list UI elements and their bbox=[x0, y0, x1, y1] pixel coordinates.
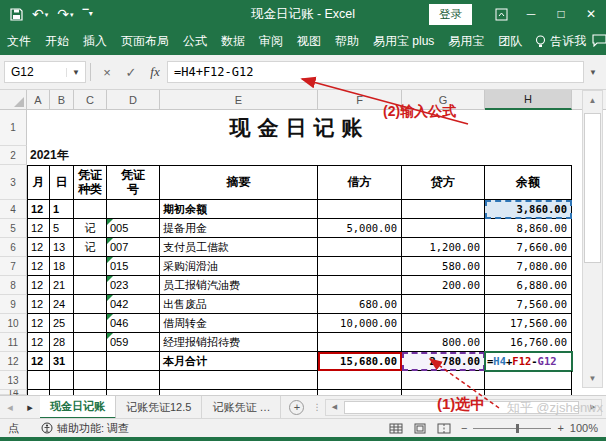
accessibility-checker[interactable]: 辅助功能: 调查 bbox=[41, 421, 129, 436]
cell-F8[interactable] bbox=[318, 276, 402, 295]
maximize-button[interactable]: □ bbox=[546, 0, 576, 28]
scroll-left-icon[interactable]: ◀ bbox=[326, 403, 342, 411]
cell-B5[interactable]: 5 bbox=[50, 219, 74, 238]
ribbon-tab-11[interactable]: 团队 bbox=[491, 28, 529, 55]
zoom-slider[interactable] bbox=[473, 428, 551, 429]
comment-icon[interactable] bbox=[592, 34, 606, 50]
row-header-10[interactable]: 10 bbox=[0, 314, 27, 333]
cell-C7[interactable] bbox=[74, 257, 107, 276]
col-header-B[interactable]: B bbox=[50, 90, 74, 110]
cell-E4[interactable]: 期初余额 bbox=[160, 200, 318, 219]
cell-B11[interactable]: 28 bbox=[50, 333, 74, 352]
enter-formula-icon[interactable]: ✓ bbox=[119, 61, 143, 83]
cell-E10[interactable]: 借周转金 bbox=[160, 314, 318, 333]
cell-H4[interactable]: 3,860.00 bbox=[485, 200, 572, 219]
vertical-scroll-thumb[interactable] bbox=[584, 113, 601, 263]
cell-A11[interactable]: 12 bbox=[27, 333, 50, 352]
zoom-slider-thumb[interactable] bbox=[516, 424, 519, 433]
row-header-1[interactable]: 1 bbox=[0, 110, 27, 146]
cell-E5[interactable]: 提备用金 bbox=[160, 219, 318, 238]
zoom-level[interactable]: 100% bbox=[570, 422, 598, 434]
cell-A13[interactable] bbox=[27, 371, 50, 390]
year-cell[interactable]: 2021年 bbox=[27, 146, 572, 165]
undo-icon[interactable]: ↶▾ bbox=[32, 7, 48, 21]
cell-H10[interactable]: 17,560.00 bbox=[485, 314, 572, 333]
cell-B7[interactable]: 18 bbox=[50, 257, 74, 276]
sheet-tab-2[interactable]: 记账凭证 … bbox=[202, 396, 281, 419]
ribbon-tab-0[interactable]: 文件 bbox=[0, 28, 38, 55]
ribbon-tab-4[interactable]: 公式 bbox=[176, 28, 214, 55]
row-header-2[interactable]: 2 bbox=[0, 146, 27, 165]
col-header-H[interactable]: H bbox=[485, 90, 572, 110]
cell-D9[interactable]: 042 bbox=[107, 295, 160, 314]
login-button[interactable]: 登录 bbox=[429, 4, 472, 25]
cell-H9[interactable]: 7,560.00 bbox=[485, 295, 572, 314]
cell-E6[interactable]: 支付员工借款 bbox=[160, 238, 318, 257]
page-layout-view-icon[interactable] bbox=[413, 423, 427, 434]
header-cell-6[interactable]: 贷方 bbox=[402, 165, 485, 200]
cell-E13[interactable] bbox=[160, 371, 318, 390]
cell-C5[interactable]: 记 bbox=[74, 219, 107, 238]
cell-A9[interactable]: 12 bbox=[27, 295, 50, 314]
scroll-right-icon[interactable]: ▶ bbox=[585, 403, 601, 411]
tab-splitter[interactable]: ⋮ bbox=[312, 402, 321, 412]
cell-C10[interactable] bbox=[74, 314, 107, 333]
ribbon-tab-8[interactable]: 帮助 bbox=[328, 28, 366, 55]
insert-function-icon[interactable]: fx bbox=[143, 61, 167, 83]
zoom-out-icon[interactable]: − bbox=[461, 422, 467, 434]
save-icon[interactable] bbox=[10, 8, 23, 21]
next-sheet-icon[interactable]: ▸ bbox=[20, 401, 40, 414]
cell-A5[interactable]: 12 bbox=[27, 219, 50, 238]
cell-B10[interactable]: 25 bbox=[50, 314, 74, 333]
cell-F11[interactable] bbox=[318, 333, 402, 352]
zoom-in-icon[interactable]: + bbox=[557, 422, 563, 434]
cell-G9[interactable] bbox=[402, 295, 485, 314]
name-box-dropdown-icon[interactable]: ▼ bbox=[66, 68, 85, 77]
sheet-tab-0[interactable]: 现金日记账 bbox=[40, 396, 116, 419]
cell-A7[interactable]: 12 bbox=[27, 257, 50, 276]
cell-D13[interactable] bbox=[107, 371, 160, 390]
cell-D10[interactable]: 046 bbox=[107, 314, 160, 333]
col-header-F[interactable]: F bbox=[318, 90, 402, 110]
cell-F5[interactable]: 5,000.00 bbox=[318, 219, 402, 238]
col-header-E[interactable]: E bbox=[160, 90, 318, 110]
cell-E9[interactable]: 出售废品 bbox=[160, 295, 318, 314]
sheet-title[interactable]: 现金日记账 bbox=[27, 110, 572, 146]
ribbon-tab-3[interactable]: 页面布局 bbox=[114, 28, 176, 55]
cell-G10[interactable] bbox=[402, 314, 485, 333]
cell-H5[interactable]: 8,860.00 bbox=[485, 219, 572, 238]
cell-G13[interactable] bbox=[402, 371, 485, 390]
scroll-down-icon[interactable]: ▼ bbox=[583, 369, 602, 387]
cell-F4[interactable] bbox=[318, 200, 402, 219]
col-header-A[interactable]: A bbox=[27, 90, 50, 110]
redo-dropdown-icon[interactable]: ▾ bbox=[70, 11, 74, 18]
ribbon-display-options-icon[interactable] bbox=[486, 0, 516, 28]
normal-view-icon[interactable] bbox=[389, 423, 403, 434]
ribbon-tab-5[interactable]: 数据 bbox=[214, 28, 252, 55]
ribbon-tab-1[interactable]: 开始 bbox=[38, 28, 76, 55]
vertical-scrollbar[interactable]: ▲ ▼ bbox=[582, 90, 603, 388]
ribbon-tab-9[interactable]: 易用宝 plus bbox=[366, 28, 441, 55]
ribbon-tab-2[interactable]: 插入 bbox=[76, 28, 114, 55]
page-break-view-icon[interactable] bbox=[437, 423, 451, 434]
row-header-9[interactable]: 9 bbox=[0, 295, 27, 314]
cell-B13[interactable] bbox=[50, 371, 74, 390]
cell-B6[interactable]: 13 bbox=[50, 238, 74, 257]
cell-H11[interactable]: 16,760.00 bbox=[485, 333, 572, 352]
cell-C4[interactable] bbox=[74, 200, 107, 219]
cell-A8[interactable]: 12 bbox=[27, 276, 50, 295]
cell-G6[interactable]: 1,200.00 bbox=[402, 238, 485, 257]
cell-D8[interactable]: 023 bbox=[107, 276, 160, 295]
cell-C6[interactable]: 记 bbox=[74, 238, 107, 257]
expand-formula-bar-icon[interactable]: ▼ bbox=[584, 68, 602, 77]
cell-C8[interactable] bbox=[74, 276, 107, 295]
col-header-C[interactable]: C bbox=[74, 90, 107, 110]
customize-quick-access-icon[interactable]: ▔▾ bbox=[83, 10, 93, 18]
header-cell-1[interactable]: 日 bbox=[50, 165, 74, 200]
row-header-11[interactable]: 11 bbox=[0, 333, 27, 352]
row-header-13[interactable]: 13 bbox=[0, 371, 27, 390]
select-all-corner[interactable] bbox=[0, 90, 27, 110]
row-header-6[interactable]: 6 bbox=[0, 238, 27, 257]
cell-G11[interactable]: 800.00 bbox=[402, 333, 485, 352]
cell-G5[interactable] bbox=[402, 219, 485, 238]
